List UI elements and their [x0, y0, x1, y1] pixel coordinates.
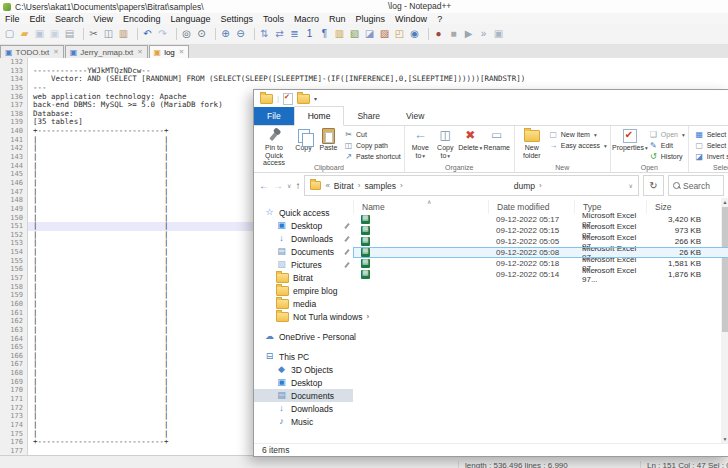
- toolbar-divider[interactable]: [424, 28, 429, 40]
- macro-save-icon[interactable]: ▣: [491, 27, 506, 42]
- menu-item[interactable]: Encoding: [118, 14, 166, 24]
- paste-icon[interactable]: ▥: [116, 27, 131, 42]
- paste-shortcut-button[interactable]: Paste shortcut: [344, 152, 401, 161]
- close-tab-icon[interactable]: ✕: [53, 48, 58, 56]
- explorer-title-bar[interactable]: | ▾: [254, 90, 728, 107]
- history-button[interactable]: History: [649, 152, 685, 161]
- function-list-icon[interactable]: ▨: [377, 27, 392, 42]
- file-tab[interactable]: ▣ log ✕: [149, 45, 190, 58]
- breadcrumb-overflow-chevron[interactable]: «: [325, 181, 329, 190]
- undo-icon[interactable]: ↶: [140, 27, 155, 42]
- menu-item[interactable]: Run: [324, 14, 351, 24]
- sidebar-item[interactable]: Downloads: [254, 232, 353, 245]
- sidebar-item[interactable]: Documents: [254, 389, 353, 402]
- search-input[interactable]: Search: [668, 175, 724, 196]
- breadcrumb-separator[interactable]: ›: [539, 181, 542, 190]
- new-file-icon[interactable]: ▢: [2, 27, 17, 42]
- invert-selection-button[interactable]: Invert selection: [695, 152, 728, 161]
- breadcrumb-separator[interactable]: ›: [358, 181, 361, 190]
- breadcrumb-item-dump[interactable]: dump: [514, 181, 535, 191]
- sidebar-item[interactable]: 3D Objects: [254, 363, 353, 376]
- copy-path-button[interactable]: Copy path: [344, 141, 401, 150]
- document-list-icon[interactable]: ◪: [362, 27, 377, 42]
- toolbar-divider[interactable]: [79, 28, 84, 40]
- quick-access-check-icon[interactable]: [283, 93, 293, 105]
- easy-access-button[interactable]: Easy access▾: [549, 141, 607, 150]
- close-tab-icon[interactable]: ✕: [179, 48, 184, 56]
- column-header-name[interactable]: Name: [353, 200, 488, 214]
- zoom-in-icon[interactable]: ⊕: [218, 27, 233, 42]
- file-row[interactable]: 09-12-2022 05:17 Microsoft Excel 97... 3…: [353, 214, 728, 225]
- menu-item[interactable]: Tools: [258, 14, 289, 24]
- file-row[interactable]: 09-12-2022 05:15 Microsoft Excel 97... 9…: [353, 225, 728, 236]
- monitoring-icon[interactable]: ◉: [407, 27, 422, 42]
- show-all-chars-icon[interactable]: ¶: [317, 27, 332, 42]
- indent-guide-icon[interactable]: ▥: [332, 27, 347, 42]
- sidebar-item[interactable]: This PC: [254, 350, 353, 363]
- toolbar-divider[interactable]: [250, 28, 255, 40]
- sidebar-item[interactable]: Bitrat: [254, 271, 353, 284]
- up-button[interactable]: ↑: [295, 181, 300, 191]
- sidebar-item[interactable]: Desktop: [254, 376, 353, 389]
- macro-record-icon[interactable]: ●: [431, 27, 446, 42]
- open-button[interactable]: Open▾: [649, 130, 685, 139]
- notepad-title-bar[interactable]: C:\Users\akat1\Documents\papers\Bitrat\s…: [0, 0, 728, 13]
- menu-item[interactable]: File: [0, 14, 25, 24]
- menu-item[interactable]: Settings: [216, 14, 259, 24]
- new-item-button[interactable]: New item▾: [549, 130, 607, 139]
- menu-item[interactable]: Search: [50, 14, 89, 24]
- sidebar-item[interactable]: Pictures: [254, 258, 353, 271]
- breadcrumb-separator[interactable]: ›: [400, 181, 403, 190]
- rename-button[interactable]: Rename: [483, 128, 511, 152]
- recent-locations-caret-icon[interactable]: ∨: [287, 183, 291, 189]
- new-folder-button[interactable]: New folder: [518, 128, 546, 159]
- open-folder-icon[interactable]: ▰: [17, 27, 32, 42]
- breadcrumb-item-samples[interactable]: samples: [364, 181, 396, 191]
- sidebar-item[interactable]: Quick access: [254, 206, 353, 219]
- replace-icon[interactable]: ⊙: [194, 27, 209, 42]
- sidebar-item[interactable]: OneDrive - Personal: [254, 330, 353, 343]
- ribbon-tab[interactable]: Share: [344, 107, 393, 125]
- paste-button[interactable]: Paste: [316, 128, 341, 152]
- file-row[interactable]: 09-12-2022 05:18 Microsoft Excel 97... 1…: [353, 258, 728, 269]
- breadcrumb[interactable]: « Bitrat › samples › dump › ∨: [304, 175, 639, 196]
- menu-item[interactable]: Edit: [25, 14, 51, 24]
- file-tab[interactable]: ▣ TODO.txt ✕: [0, 45, 64, 58]
- sidebar-item[interactable]: Not Turla windows ›: [254, 310, 353, 323]
- macro-play-icon[interactable]: ▶: [461, 27, 476, 42]
- ribbon-tab[interactable]: File: [254, 107, 294, 125]
- find-icon[interactable]: ◎: [179, 27, 194, 42]
- ribbon-tab[interactable]: View: [393, 107, 437, 125]
- redo-icon[interactable]: ↷: [155, 27, 170, 42]
- menu-item[interactable]: Language: [165, 14, 215, 24]
- sidebar-item[interactable]: empire blog: [254, 284, 353, 297]
- ribbon-tab[interactable]: Home: [294, 106, 345, 126]
- sync-horizontal-scroll-icon[interactable]: ⇄: [272, 27, 287, 42]
- select-none-button[interactable]: Select none: [695, 141, 728, 150]
- breadcrumb-item-bitrat[interactable]: Bitrat: [334, 181, 354, 191]
- qat-caret-icon[interactable]: ▾: [314, 95, 317, 102]
- copy-to-button[interactable]: Copy to▾: [433, 128, 458, 159]
- line-number-icon[interactable]: 1: [302, 27, 317, 42]
- menu-item[interactable]: Window: [390, 14, 432, 24]
- sidebar-item[interactable]: Desktop: [254, 219, 353, 232]
- sidebar-item[interactable]: Downloads: [254, 402, 353, 415]
- zoom-out-icon[interactable]: ⊖: [233, 27, 248, 42]
- file-row[interactable]: 09-12-2022 05:14 Microsoft Excel 97... 1…: [353, 269, 728, 280]
- pin-to-quick-access-button[interactable]: Pin to Quick access: [257, 128, 291, 167]
- column-header-size[interactable]: Size: [646, 200, 721, 214]
- forward-button[interactable]: →: [273, 181, 283, 191]
- menu-item[interactable]: Macro: [289, 14, 324, 24]
- sidebar-item[interactable]: Music: [254, 415, 353, 428]
- quick-access-folder-icon[interactable]: [297, 94, 310, 104]
- file-row[interactable]: 09-12-2022 05:05 Microsoft Excel 97... 2…: [353, 236, 728, 247]
- cut-icon[interactable]: ✂: [86, 27, 101, 42]
- sidebar-item[interactable]: media: [254, 297, 353, 310]
- word-wrap-icon[interactable]: ≣: [287, 27, 302, 42]
- properties-button[interactable]: Properties▾: [614, 128, 646, 152]
- macro-stop-icon[interactable]: ■: [446, 27, 461, 42]
- menu-item[interactable]: Plugins: [351, 14, 391, 24]
- edit-button[interactable]: Edit: [649, 141, 685, 150]
- copy-button[interactable]: Copy: [291, 128, 316, 152]
- sidebar-item[interactable]: Documents: [254, 245, 353, 258]
